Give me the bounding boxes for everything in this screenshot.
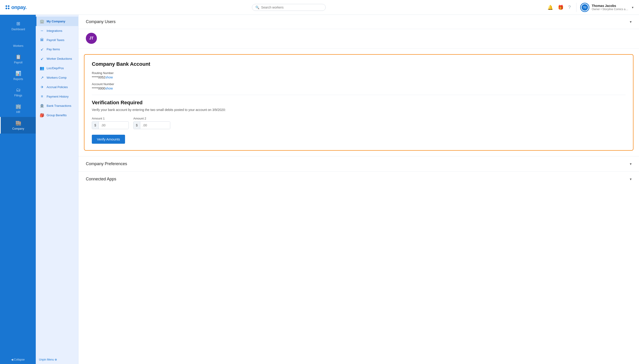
sub-sidebar-item-bank-transactions[interactable]: 🏦 Bank Transactions xyxy=(36,101,78,110)
amount1-field: Amount 1 $ xyxy=(92,117,129,129)
payment-history-icon: ≡ xyxy=(40,94,44,98)
account-number-field: Account Number *****0000show xyxy=(92,82,626,90)
sub-sidebar-item-accrual-policies[interactable]: ✈ Accrual Policies xyxy=(36,82,78,92)
company-preferences-title: Company Preferences xyxy=(86,162,127,166)
filings-icon: 🗂 xyxy=(16,87,20,92)
bank-transactions-icon: 🏦 xyxy=(40,104,44,108)
users-row: JT xyxy=(78,29,639,49)
unpin-menu[interactable]: Unpin Menu ⊕ xyxy=(36,355,78,364)
sidebar-label-workers: Workers xyxy=(13,44,23,48)
routing-show-link[interactable]: show xyxy=(105,76,113,79)
sub-label-pay-items: Pay Items xyxy=(46,48,60,51)
sidebar-item-filings[interactable]: 🗂 Filings xyxy=(0,84,36,100)
user-section[interactable]: TJ Thomas Jacobs Owner • Storyline Comic… xyxy=(576,3,634,12)
search-wrapper: 🔍 xyxy=(34,4,544,11)
user-chip[interactable]: JT xyxy=(86,33,97,44)
sidebar: ⊞ Dashboard 👤 Workers 📋 Payroll 📊 Report… xyxy=(0,15,36,364)
sub-label-loc-dep-pos: Loc/Dep/Pos xyxy=(46,66,64,70)
content-area: Company Users ▾ JT Company Bank Account … xyxy=(78,15,639,364)
sub-sidebar-item-payment-history[interactable]: ≡ Payment History xyxy=(36,92,78,101)
sub-label-workers-comp: Workers Comp xyxy=(46,76,66,79)
sub-label-payroll-taxes: Payroll Taxes xyxy=(46,38,64,42)
company-users-chevron[interactable]: ▾ xyxy=(630,20,632,24)
logo-dots xyxy=(6,5,10,9)
sidebar-item-dashboard[interactable]: ⊞ Dashboard xyxy=(0,18,36,34)
avatar-initials: TJ xyxy=(582,4,588,10)
divider xyxy=(92,95,626,95)
search-box: 🔍 xyxy=(252,4,326,11)
payroll-icon: 📋 xyxy=(16,54,21,60)
amount1-input-wrapper: $ xyxy=(92,121,129,129)
connected-apps-chevron: ▾ xyxy=(630,177,632,181)
amount2-input-wrapper: $ xyxy=(133,121,170,129)
routing-number-value: *****0052show xyxy=(92,76,626,79)
sub-label-integrations: Integrations xyxy=(46,29,62,32)
connected-apps-title: Connected Apps xyxy=(86,177,116,182)
group-benefits-icon: 🎒 xyxy=(40,113,44,118)
connected-apps-section: Connected Apps ▾ xyxy=(78,172,639,186)
sidebar-item-hr[interactable]: 🏢 HR xyxy=(0,100,36,117)
user-subtitle: Owner • Storyline Comics and Art Sup... xyxy=(592,8,628,11)
accrual-policies-icon: ✈ xyxy=(40,85,44,89)
sidebar-item-payroll[interactable]: 📋 Payroll xyxy=(0,51,36,67)
sub-label-payment-history: Payment History xyxy=(46,95,68,98)
pay-items-icon: ↙ xyxy=(40,47,44,52)
user-info: Thomas Jacobs Owner • Storyline Comics a… xyxy=(592,4,628,11)
help-icon[interactable]: ? xyxy=(568,4,571,10)
account-number-masked: *****0000 xyxy=(92,86,105,90)
sidebar-item-reports[interactable]: 📊 Reports xyxy=(0,67,36,84)
account-show-link[interactable]: show xyxy=(105,86,113,90)
sidebar-label-filings: Filings xyxy=(14,94,22,97)
sidebar-item-workers[interactable]: 👤 Workers xyxy=(0,34,36,51)
sub-sidebar-item-workers-comp[interactable]: ↗ Workers Comp xyxy=(36,73,78,82)
search-icon: 🔍 xyxy=(255,6,259,9)
sub-sidebar-item-my-company[interactable]: 🏢 My Company xyxy=(36,16,78,26)
amount1-input[interactable] xyxy=(99,122,128,129)
user-name: Thomas Jacobs xyxy=(592,4,628,8)
sub-sidebar-item-payroll-taxes[interactable]: 🏛 Payroll Taxes xyxy=(36,35,78,44)
sidebar-collapse[interactable]: ◀ Collapse xyxy=(0,355,36,364)
logo-dot-2 xyxy=(8,5,10,7)
worker-deductions-icon: ↙ xyxy=(40,56,44,61)
sub-sidebar-item-worker-deductions[interactable]: ↙ Worker Deductions xyxy=(36,54,78,64)
connected-apps-header[interactable]: Connected Apps ▾ xyxy=(78,172,639,186)
sidebar-item-company[interactable]: 🏬 Company xyxy=(0,117,36,134)
company-icon: 🏬 xyxy=(16,120,21,126)
logo[interactable]: onpay. xyxy=(6,4,26,10)
sidebar-label-dashboard: Dashboard xyxy=(12,28,25,31)
amount2-label: Amount 2 xyxy=(133,117,170,120)
sub-label-bank-transactions: Bank Transactions xyxy=(46,104,71,108)
verification-title: Verification Required xyxy=(92,100,626,106)
amount2-input[interactable] xyxy=(140,122,170,129)
my-company-icon: 🏢 xyxy=(40,19,44,24)
notification-icon[interactable]: 🔔 xyxy=(548,4,553,10)
gift-icon[interactable]: 🎁 xyxy=(558,4,564,10)
amount2-currency: $ xyxy=(134,122,140,129)
sub-sidebar-item-integrations[interactable]: ↔ Integrations xyxy=(36,26,78,35)
logo-dot-3 xyxy=(6,8,7,9)
routing-number-masked: *****0052 xyxy=(92,76,105,79)
preferences-chevron: ▾ xyxy=(630,162,632,166)
bank-account-card: Company Bank Account Routing Number ****… xyxy=(84,54,634,151)
sub-sidebar-item-loc-dep-pos[interactable]: 👥 Loc/Dep/Pos xyxy=(36,64,78,73)
payroll-taxes-icon: 🏛 xyxy=(40,38,44,42)
verify-amounts-button[interactable]: Verify Amounts xyxy=(92,135,125,144)
sub-label-my-company: My Company xyxy=(46,20,65,23)
integrations-icon: ↔ xyxy=(40,28,44,33)
sub-sidebar-item-group-benefits[interactable]: 🎒 Group Benefits xyxy=(36,110,78,120)
collapse-label: ◀ Collapse xyxy=(11,358,25,361)
sub-label-worker-deductions: Worker Deductions xyxy=(46,57,72,60)
chevron-down-icon: ▾ xyxy=(632,6,634,9)
search-input[interactable] xyxy=(261,6,322,9)
sub-sidebar-item-pay-items[interactable]: ↙ Pay Items xyxy=(36,44,78,54)
routing-number-label: Routing Number xyxy=(92,71,626,75)
app-body: ⊞ Dashboard 👤 Workers 📋 Payroll 📊 Report… xyxy=(0,15,639,364)
amount1-currency: $ xyxy=(92,122,99,129)
sub-label-group-benefits: Group Benefits xyxy=(46,114,67,117)
company-preferences-section: Company Preferences ▾ xyxy=(78,156,639,172)
hr-icon: 🏢 xyxy=(16,104,21,109)
routing-number-field: Routing Number *****0052show xyxy=(92,71,626,79)
company-preferences-header[interactable]: Company Preferences ▾ xyxy=(78,156,639,172)
unpin-label: Unpin Menu ⊕ xyxy=(39,358,57,361)
amount1-label: Amount 1 xyxy=(92,117,129,120)
